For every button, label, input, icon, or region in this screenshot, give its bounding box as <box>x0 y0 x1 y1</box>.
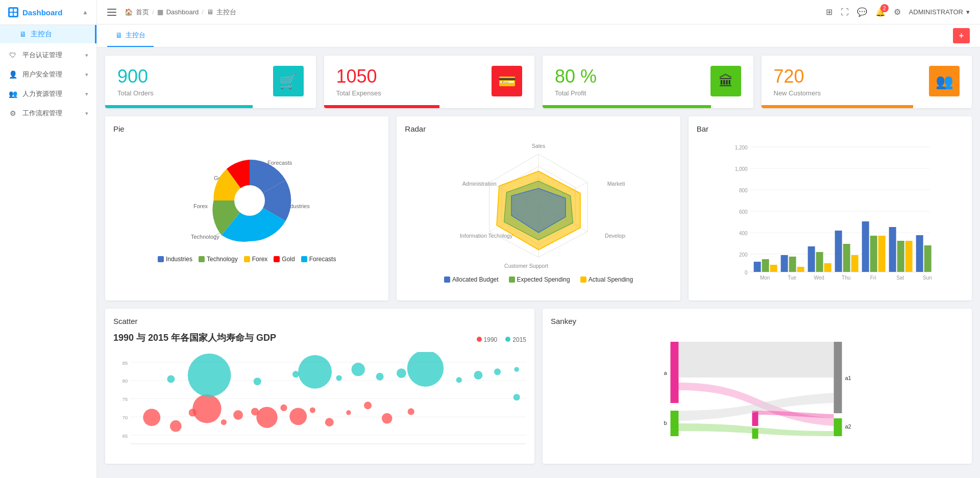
stat-value-customers: 720 <box>774 66 821 87</box>
stat-label-orders: Total Orders <box>117 89 154 97</box>
sidebar-submenu-label: 主控台 <box>31 30 52 39</box>
settings-icon[interactable]: ⚙ <box>894 7 901 17</box>
cart-icon: 🛒 <box>273 66 304 96</box>
chevron-down-icon-2: ▾ <box>85 71 88 78</box>
stat-value-profit: 80 % <box>555 66 597 87</box>
svg-rect-47 <box>753 262 761 272</box>
legend-label-actual: Actual Spending <box>589 276 633 283</box>
radar-chart-card: Radar Sales Marketing Development Custom… <box>397 116 680 300</box>
hamburger-button[interactable] <box>107 9 116 16</box>
monitor-icon: 🖥 <box>19 30 27 38</box>
stat-progress-expenses <box>324 105 535 108</box>
svg-text:Forex: Forex <box>193 203 208 209</box>
svg-text:400: 400 <box>739 231 748 236</box>
pie-legend: Industries Technology Forex <box>158 256 336 263</box>
sidebar-item-workflow[interactable]: ⚙ 工作流程管理 ▾ <box>0 104 96 123</box>
svg-rect-58 <box>851 255 858 272</box>
radar-svg: Sales Marketing Development Customer Sup… <box>452 139 625 272</box>
stat-progress-customers <box>762 105 972 108</box>
svg-point-14 <box>234 185 265 216</box>
svg-text:Customer Support: Customer Support <box>504 263 548 269</box>
sankey-chart-title: Sankey <box>551 317 964 325</box>
sidebar-logo[interactable]: Dashboard ▲ <box>0 0 96 25</box>
svg-rect-56 <box>835 231 842 272</box>
legend-industries: Industries <box>158 256 192 263</box>
scatter-chart-card: Scatter 1990 与 2015 年各国家人均寿命与 GDP 1990 2… <box>105 309 534 464</box>
svg-point-115 <box>513 394 520 400</box>
svg-rect-2 <box>10 13 13 16</box>
svg-text:Information Techology: Information Techology <box>460 233 513 239</box>
legend-label-forex: Forex <box>252 256 268 263</box>
notification-icon[interactable]: 🔔 2 <box>875 7 886 17</box>
svg-point-88 <box>192 394 221 423</box>
breadcrumb-dashboard[interactable]: Dashboard <box>166 8 199 16</box>
notification-badge: 2 <box>880 4 889 12</box>
svg-text:Sat: Sat <box>896 275 904 281</box>
sidebar-logo-arrow: ▲ <box>82 9 88 16</box>
svg-point-95 <box>310 407 315 413</box>
pie-chart-title: Pie <box>113 124 380 133</box>
breadcrumb-sep-2: / <box>202 8 204 16</box>
svg-point-105 <box>298 355 332 389</box>
svg-text:a2: a2 <box>845 423 851 430</box>
svg-point-98 <box>364 401 372 409</box>
shield-icon: 🛡 <box>8 51 17 60</box>
stat-progress-profit <box>543 105 753 108</box>
sidebar-item-platform-auth[interactable]: 🛡 平台认证管理 ▾ <box>0 45 96 65</box>
user-info[interactable]: ADMINISTRATOR ▾ <box>909 8 970 16</box>
sidebar-item-hr[interactable]: 👥 人力资源管理 ▾ <box>0 84 96 104</box>
breadcrumb-sep-1: / <box>152 8 154 16</box>
svg-text:Forecasts: Forecasts <box>267 160 292 166</box>
svg-text:800: 800 <box>739 188 748 193</box>
page-area: 🖥 主控台 + 900 Total Orders <box>97 24 980 478</box>
svg-point-104 <box>292 371 299 378</box>
fullscreen-icon[interactable]: ⛶ <box>841 8 849 17</box>
logo-icon <box>8 7 18 17</box>
chevron-down-icon-3: ▾ <box>85 91 88 97</box>
grid-icon[interactable]: ⊞ <box>826 7 832 17</box>
sidebar-item-user-security[interactable]: 👤 用户安全管理 ▾ <box>0 65 96 84</box>
breadcrumb-home[interactable]: 首页 <box>136 8 149 17</box>
wallet-icon: 💳 <box>492 66 522 96</box>
top-nav-right: ⊞ ⛶ 💬 🔔 2 ⚙ ADMINISTRATOR ▾ <box>826 7 970 17</box>
svg-text:a1: a1 <box>845 375 851 381</box>
scatter-legend-1990-dot: 1990 <box>477 336 498 343</box>
svg-rect-49 <box>770 265 777 272</box>
svg-text:Development: Development <box>605 233 625 239</box>
svg-text:1,200: 1,200 <box>734 145 747 150</box>
svg-point-100 <box>408 408 414 415</box>
svg-text:Sun: Sun <box>922 275 932 281</box>
svg-text:a: a <box>664 370 667 376</box>
svg-point-102 <box>188 354 231 397</box>
svg-point-89 <box>221 419 227 425</box>
svg-text:0: 0 <box>745 270 748 275</box>
tab-add-button[interactable]: + <box>953 28 970 43</box>
bottom-row: Scatter 1990 与 2015 年各国家人均寿命与 GDP 1990 2… <box>105 309 972 464</box>
legend-label-expected: Expected Spending <box>517 276 570 283</box>
tab-monitor-icon: 🖥 <box>115 31 122 39</box>
users-icon: 👥 <box>929 66 960 96</box>
svg-rect-66 <box>924 245 931 272</box>
chevron-down-icon: ▾ <box>85 52 88 59</box>
sidebar-item-main-control[interactable]: 🖥 主控台 <box>0 25 96 43</box>
svg-rect-60 <box>870 236 877 272</box>
main-content: 🏠 首页 / ▦ Dashboard / 🖥 主控台 ⊞ ⛶ 💬 🔔 2 ⚙ <box>97 0 980 478</box>
user-dropdown-icon: ▾ <box>966 8 970 16</box>
chat-icon[interactable]: 💬 <box>857 7 867 17</box>
radar-container: Sales Marketing Development Customer Sup… <box>405 139 672 283</box>
svg-rect-57 <box>843 244 850 272</box>
sidebar-label-user: 用户安全管理 <box>22 70 80 79</box>
svg-point-86 <box>170 420 182 432</box>
stat-label-profit: Total Profit <box>555 89 597 97</box>
tab-main-control[interactable]: 🖥 主控台 <box>107 24 154 47</box>
legend-label-allocated: Allocated Budget <box>452 276 499 283</box>
svg-rect-53 <box>807 246 815 272</box>
stat-progress-orders <box>105 105 316 108</box>
breadcrumb-icon-2: 🖥 <box>207 8 213 16</box>
stat-label-customers: New Customers <box>774 89 821 97</box>
legend-label-technology: Technology <box>207 256 238 263</box>
home-icon: 🏠 <box>125 8 133 16</box>
stats-row: 900 Total Orders 🛒 1050 <box>105 56 972 108</box>
pie-chart-card: Pie Forecasts Gold Forex Technology <box>105 116 388 300</box>
svg-text:Technology: Technology <box>191 234 219 240</box>
